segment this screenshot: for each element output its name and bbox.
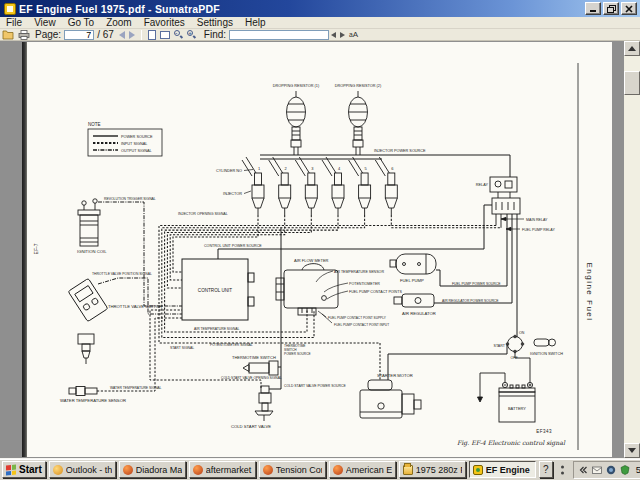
scroll-up-button[interactable] (624, 41, 640, 56)
fuel-pump-contact-points-label: FUEL PUMP CONTACT POINTS (349, 290, 402, 294)
fit-width-button[interactable] (160, 29, 170, 40)
restore-button[interactable] (603, 2, 619, 15)
dots-indicator-icon[interactable] (556, 461, 570, 478)
cold-start-power-wires (269, 228, 281, 389)
taskbar-button-aftermarket[interactable]: aftermarket fuel p... (189, 461, 256, 478)
left-margin-label: EF-7 (33, 243, 39, 254)
relay-label: RELAY (476, 183, 489, 187)
start-signal-label: START SIGNAL (170, 346, 194, 350)
thermotime-switch-label: THERMOTIME SWITCH (232, 355, 276, 360)
sumatrapdf-icon (473, 465, 483, 475)
starter-motor (360, 380, 421, 418)
legend-box: NOTE POWER SOURCE INPUT SIGNAL OUTPUT SI… (88, 122, 162, 156)
taskbar-button-tension[interactable]: Tension Control R... (259, 461, 326, 478)
ignition-coil-label: IGNITION COIL (77, 249, 107, 254)
help-tray-button[interactable]: ? (539, 461, 553, 478)
collapse-chevron-icon[interactable] (578, 465, 588, 475)
switch-start-label: START (494, 344, 506, 348)
open-file-button[interactable] (2, 29, 14, 40)
svg-text:2: 2 (285, 166, 288, 171)
taskbar: Start Outlook - thomps... Diadora Maraca… (0, 458, 640, 480)
print-button[interactable] (18, 29, 30, 40)
throttle-valve-switch (68, 278, 108, 364)
antivirus-icon[interactable] (620, 465, 630, 475)
ignition-coil (78, 199, 100, 246)
fuel-pump-contact-point-supply-label: FUEL PUMP CONTACT POINT SUPPLY (328, 316, 387, 320)
menu-help[interactable]: Help (239, 17, 272, 29)
potentiometer-signal-label: POTENTIOMETER SIGNAL (210, 343, 253, 347)
vertical-scrollbar[interactable] (624, 41, 640, 458)
air-regulator-label: AIR REGULATOR (402, 311, 436, 316)
menu-view[interactable]: View (28, 17, 62, 29)
right-margin-label: Engine Fuel (585, 262, 594, 321)
svg-text:5: 5 (364, 166, 367, 171)
fuel-pump-power-source-label: FUEL PUMP POWER SOURCE (452, 282, 501, 286)
menu-zoom[interactable]: Zoom (100, 17, 138, 29)
next-page-button[interactable] (129, 29, 135, 40)
switch-off-label: OFF (510, 356, 518, 360)
fuel-pump-contact-point-input-label: FUEL PUMP CONTACT POINT INPUT (334, 323, 389, 327)
zoom-out-button[interactable]: - (174, 29, 183, 40)
wiring-diagram: Engine Fuel EF-7 NOTE POWER SOURCE INPUT… (22, 42, 612, 457)
menu-settings[interactable]: Settings (191, 17, 239, 29)
folder-icon (403, 465, 413, 475)
main-relay-label: MAIN RELAY (526, 218, 548, 222)
menu-file[interactable]: File (0, 17, 28, 29)
previous-page-button[interactable] (119, 29, 125, 40)
svg-text:6: 6 (391, 166, 394, 171)
ignition-switch-label: IGNITION SWITCH (530, 352, 563, 356)
revolution-trigger-signal-label: REVOLUTION TRIGGER SIGNAL (104, 197, 156, 201)
fuel-pump (390, 254, 436, 274)
find-label: Find: (204, 29, 226, 40)
power-wires (434, 214, 517, 337)
cold-start-valve (255, 386, 273, 421)
start-button[interactable]: Start (2, 461, 46, 478)
toolbar-separator (141, 30, 142, 40)
pdf-page[interactable]: Engine Fuel EF-7 NOTE POWER SOURCE INPUT… (22, 42, 612, 457)
battery (478, 352, 536, 422)
svg-text:INPUT SIGNAL: INPUT SIGNAL (121, 142, 147, 146)
page-total: / 67 (97, 29, 114, 40)
scroll-down-button[interactable] (624, 443, 640, 458)
air-flow-meter-label: AIR FLOW METER (294, 258, 329, 263)
browser-icon (333, 465, 343, 475)
find-input[interactable] (229, 30, 329, 40)
svg-text:DROPPING RESISTOR (1): DROPPING RESISTOR (1) (273, 84, 320, 88)
taskbar-button-diadora[interactable]: Diadora Maracana... (119, 461, 186, 478)
injector-label: INJECTOR (223, 192, 242, 196)
close-button[interactable] (621, 2, 637, 15)
thermotime-power-line3: POWER SOURCE (284, 352, 311, 356)
taskbar-button-fsm-folder[interactable]: 1975 280z FSM 1... (399, 461, 466, 478)
svg-text:OUTPUT SIGNAL: OUTPUT SIGNAL (121, 149, 152, 153)
water-temperature-sensor-label: WATER TEMPERATURE SENSOR (60, 398, 126, 403)
match-case-button[interactable]: aA (349, 29, 358, 40)
browser-icon (193, 465, 203, 475)
svg-text:NOTE: NOTE (88, 122, 101, 127)
pdf-canvas: Engine Fuel EF-7 NOTE POWER SOURCE INPUT… (0, 41, 640, 458)
injector-opening-signal-label: INJECTOR OPENING SIGNAL (178, 212, 228, 216)
control-unit-label: CONTROL UNIT (198, 288, 232, 293)
taskbar-clock[interactable]: 5:40 PM (634, 464, 640, 475)
page-number-input[interactable] (64, 30, 94, 40)
svg-text:4: 4 (338, 166, 341, 171)
taskbar-button-ef-engine-fuel[interactable]: EF Engine Fuel 1... (469, 461, 536, 478)
dropping-resistor-2: DROPPING RESISTOR (2) (335, 84, 382, 155)
network-icon[interactable] (606, 465, 616, 475)
menu-favorites[interactable]: Favorites (138, 17, 191, 29)
taskbar-button-outlook[interactable]: Outlook - thomps... (49, 461, 116, 478)
taskbar-button-american[interactable]: American Exports... (329, 461, 396, 478)
potentiometer-label: POTENTIOMETER (349, 282, 380, 286)
minimize-button[interactable] (585, 2, 601, 15)
figure-number: EF343 (536, 429, 552, 434)
water-temperature-sensor (69, 387, 97, 396)
sumatrapdf-app-icon (4, 3, 16, 15)
fuel-pump-label: FUEL PUMP (400, 278, 424, 283)
mail-icon[interactable] (592, 465, 602, 475)
switch-on-label: ON (519, 331, 525, 335)
find-next-button[interactable] (340, 29, 345, 40)
find-previous-button[interactable] (331, 29, 336, 40)
scrollbar-thumb[interactable] (624, 71, 640, 95)
fit-page-button[interactable] (148, 29, 156, 40)
zoom-in-button[interactable]: + (187, 29, 196, 40)
menu-goto[interactable]: Go To (62, 17, 101, 29)
